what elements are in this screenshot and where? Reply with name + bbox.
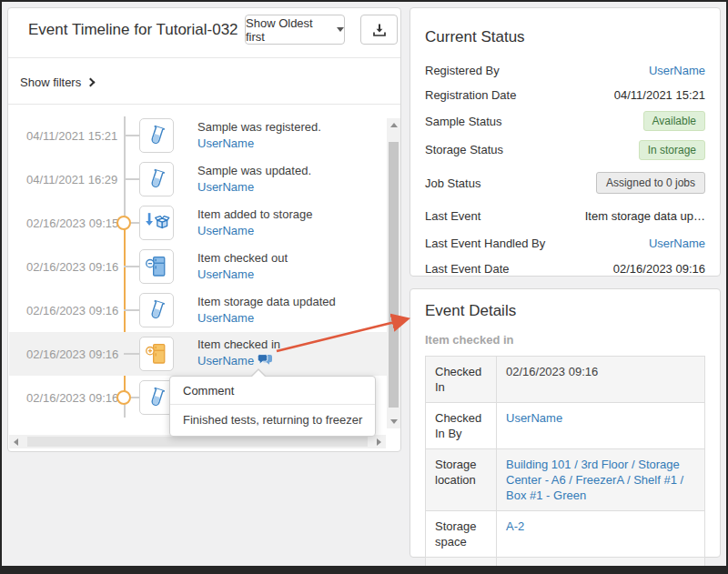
status-row: Last Event Handled By UserName: [425, 230, 705, 256]
timeline-event-row[interactable]: 04/11/2021 15:21 Sample was registered. …: [9, 114, 387, 157]
registered-by-link[interactable]: UserName: [649, 64, 705, 77]
storage-space-link[interactable]: A-2: [506, 519, 524, 533]
event-title: Sample was updated.: [197, 163, 311, 179]
checked-in-by-link[interactable]: UserName: [506, 411, 562, 425]
status-label: Sample Status: [425, 115, 502, 128]
timeline-milestone-dot: [116, 390, 131, 405]
chevron-right-icon: [86, 78, 96, 87]
detail-label: Storage space: [426, 511, 497, 558]
status-label: Registration Date: [425, 88, 516, 102]
last-event-date-value: 02/16/2023 09:16: [613, 262, 705, 276]
event-user-link[interactable]: UserName: [197, 267, 254, 281]
event-details-table: Checked In 02/16/2023 09:16 Checked In B…: [425, 356, 705, 574]
event-user-link[interactable]: UserName: [197, 180, 254, 194]
download-button[interactable]: [360, 15, 398, 45]
current-status-title: Current Status: [425, 21, 705, 54]
last-event-handled-by-link[interactable]: UserName: [649, 237, 705, 250]
status-label: Storage Status: [425, 143, 503, 156]
test-tube-icon: [139, 118, 174, 153]
job-status-badge[interactable]: Assigned to 0 jobs: [596, 172, 705, 194]
scroll-left-arrow[interactable]: [9, 435, 23, 448]
event-title: Item checked in: [197, 337, 280, 353]
freezer-check-out-icon: [139, 249, 174, 284]
status-label: Registered By: [425, 64, 500, 77]
app-window: Event Timeline for Tutorial-032 Show Old…: [0, 0, 728, 574]
event-title: Item checked out: [197, 250, 288, 267]
event-details-panel: Event Details Item checked in Checked In…: [410, 288, 721, 558]
freezer-check-in-icon: [139, 337, 174, 371]
sort-order-dropdown[interactable]: Show Oldest first: [245, 15, 345, 45]
event-date: 02/16/2023 09:15: [26, 201, 118, 245]
scroll-down-arrow[interactable]: [387, 415, 400, 428]
sort-order-label: Show Oldest first: [246, 16, 330, 44]
status-label: Last Event Date: [425, 262, 510, 276]
event-details-subtitle: Item checked in: [425, 333, 705, 347]
detail-label: Checked In By: [426, 403, 497, 449]
add-to-storage-icon: [139, 206, 174, 240]
event-user-link[interactable]: UserName: [197, 136, 254, 150]
last-event-value: Item storage data up…: [585, 209, 705, 223]
table-row: Checked In 02/16/2023 09:16: [426, 357, 705, 403]
event-title: Sample was registered.: [197, 119, 321, 136]
event-user-link[interactable]: UserName: [197, 354, 254, 368]
test-tube-icon: [139, 162, 174, 196]
status-row: Last Event Date 02/16/2023 09:16: [425, 256, 705, 281]
event-details-title: Event Details: [425, 302, 705, 320]
timeline-event-row[interactable]: 02/16/2023 09:16 Item storage data updat…: [9, 288, 387, 332]
timeline-milestone-dot: [116, 216, 131, 230]
scroll-right-arrow[interactable]: [372, 435, 386, 448]
status-row: Registration Date 04/11/2021 15:21: [425, 83, 705, 107]
vertical-scrollbar-thumb[interactable]: [389, 142, 399, 408]
table-row: Comment Finished tests, returning to fre…: [426, 558, 705, 574]
comment-tooltip: Comment Finished tests, returning to fre…: [169, 376, 376, 437]
storage-location-link[interactable]: Building 101 / 3rd Floor / Storage Cente…: [506, 458, 683, 502]
download-icon: [372, 23, 387, 37]
table-row: Storage space A-2: [426, 511, 705, 558]
timeline-event-row[interactable]: 02/16/2023 09:15: [9, 201, 387, 245]
timeline-title: Event Timeline for Tutorial-032: [28, 21, 238, 39]
current-status-panel: Current Status Registered By UserName Re…: [410, 7, 721, 277]
event-date: 02/16/2023 09:16: [26, 376, 118, 419]
event-title: Item storage data updated: [197, 294, 336, 310]
status-row: Storage Status In storage: [425, 135, 705, 165]
tooltip-body: Finished tests, returning to freezer: [170, 405, 375, 436]
horizontal-scrollbar[interactable]: [9, 435, 386, 448]
timeline-event-row-selected[interactable]: 02/16/2023 09:16 Item checked in: [9, 332, 387, 376]
vertical-scrollbar[interactable]: [387, 118, 400, 428]
event-user-link[interactable]: UserName: [197, 311, 254, 325]
event-date: 02/16/2023 09:16: [26, 332, 118, 376]
status-label: Last Event Handled By: [425, 237, 545, 250]
status-label: Last Event: [425, 209, 480, 223]
event-date: 02/16/2023 09:16: [26, 288, 118, 332]
detail-value: Finished tests, returning to freezer: [497, 558, 705, 574]
status-row: Registered By UserName: [425, 57, 705, 83]
sample-status-badge: Available: [643, 111, 705, 131]
horizontal-scrollbar-thumb[interactable]: [27, 437, 368, 447]
chevron-down-icon: [337, 27, 344, 32]
event-user-link[interactable]: UserName: [197, 224, 254, 237]
table-row: Checked In By UserName: [426, 403, 705, 449]
tooltip-title: Comment: [170, 377, 375, 405]
event-timeline-panel: Event Timeline for Tutorial-032 Show Old…: [7, 7, 401, 452]
timeline-event-row[interactable]: 02/16/2023 09:16 Item checked out UserNa…: [9, 245, 387, 288]
detail-value: 02/16/2023 09:16: [497, 357, 705, 403]
scroll-up-arrow[interactable]: [387, 118, 400, 132]
storage-status-badge: In storage: [639, 140, 705, 160]
tooltip-caret: [251, 370, 266, 378]
table-row: Storage location Building 101 / 3rd Floo…: [426, 449, 705, 511]
registration-date-value: 04/11/2021 15:21: [614, 88, 705, 102]
status-row: Sample Status Available: [425, 107, 705, 135]
event-date: 02/16/2023 09:16: [26, 245, 118, 288]
detail-label: Comment: [426, 558, 497, 574]
detail-label: Checked In: [426, 357, 497, 403]
show-filters-label: Show filters: [20, 76, 81, 89]
status-row: Last Event Item storage data up…: [425, 201, 705, 230]
timeline-event-row[interactable]: 04/11/2021 16:29 Sample was updated. Use…: [9, 157, 387, 201]
show-filters-toggle[interactable]: Show filters: [20, 76, 94, 89]
event-title: Item added to storage: [197, 206, 312, 223]
event-date: 04/11/2021 16:29: [26, 157, 117, 201]
event-date: 04/11/2021 15:21: [26, 114, 117, 157]
test-tube-icon: [139, 293, 174, 327]
timeline-list: 04/11/2021 15:21 Sample was registered. …: [9, 104, 387, 420]
divider: [8, 57, 400, 58]
